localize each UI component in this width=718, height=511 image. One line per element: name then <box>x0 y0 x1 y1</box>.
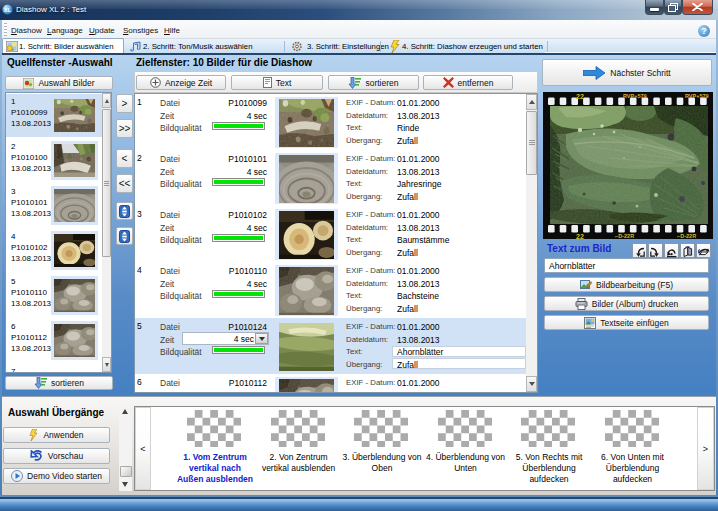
svg-text:⌐D-22R: ⌐D-22R <box>615 233 634 239</box>
svg-text:RVP+579: RVP+579 <box>685 93 709 99</box>
svg-text:RVP+579: RVP+579 <box>623 93 647 99</box>
svg-text:22: 22 <box>576 233 584 240</box>
svg-text:⌐D-22R: ⌐D-22R <box>677 233 696 239</box>
svg-text:22: 22 <box>576 93 584 100</box>
svg-text:XL: XL <box>4 7 12 13</box>
